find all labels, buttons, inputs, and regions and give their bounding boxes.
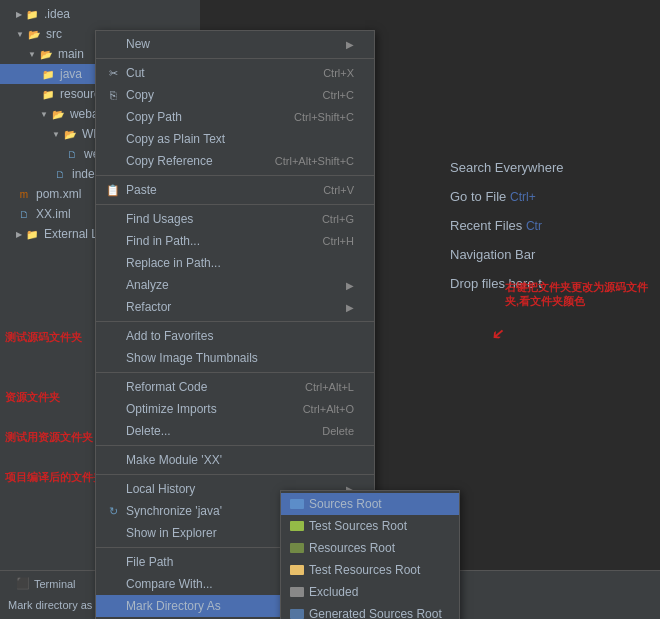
- submenu-item-test-resources-root[interactable]: Test Resources Root: [281, 559, 459, 581]
- terminal-icon: ⬛: [16, 577, 30, 590]
- submenu-item-generated-sources-root[interactable]: Generated Sources Root: [281, 603, 459, 619]
- reformat-shortcut: Ctrl+Alt+L: [305, 381, 354, 393]
- sources-root-icon: [289, 496, 305, 512]
- menu-item-copy-plain[interactable]: Copy as Plain Text: [96, 128, 374, 150]
- test-sources-root-icon: [289, 518, 305, 534]
- analyze-icon: [104, 277, 122, 293]
- submenu-label-sources-root: Sources Root: [309, 497, 382, 511]
- menu-label-add-fav: Add to Favorites: [126, 329, 213, 343]
- menu-item-refactor[interactable]: Refactor ▶: [96, 296, 374, 318]
- annotation-test-sources: 测试源码文件夹: [5, 330, 82, 344]
- menu-item-reformat[interactable]: Reformat Code Ctrl+Alt+L: [96, 376, 374, 398]
- copy-path-icon: [104, 109, 122, 125]
- menu-label-replace-in-path: Replace in Path...: [126, 256, 221, 270]
- refactor-icon: [104, 299, 122, 315]
- excluded-icon: [289, 584, 305, 600]
- submenu-item-sources-root[interactable]: Sources Root: [281, 493, 459, 515]
- menu-label-reformat: Reformat Code: [126, 380, 207, 394]
- menu-label-mark-dir: Mark Directory As: [126, 599, 221, 613]
- make-module-icon: [104, 452, 122, 468]
- menu-label-show-img: Show Image Thumbnails: [126, 351, 258, 365]
- tree-label-java: java: [60, 67, 82, 81]
- reformat-icon: [104, 379, 122, 395]
- menu-label-local-history: Local History: [126, 482, 195, 496]
- separator-5: [96, 372, 374, 373]
- delete-shortcut: Delete: [322, 425, 354, 437]
- separator-3: [96, 204, 374, 205]
- copy-ref-icon: [104, 153, 122, 169]
- svg-rect-3: [290, 565, 304, 575]
- menu-item-optimize[interactable]: Optimize Imports Ctrl+Alt+O: [96, 398, 374, 420]
- sync-icon: ↻: [104, 503, 122, 519]
- svg-rect-0: [290, 499, 304, 509]
- paste-shortcut: Ctrl+V: [323, 184, 354, 196]
- mark-directory-submenu: Sources Root Test Sources Root Resources…: [280, 490, 460, 619]
- menu-item-new[interactable]: New ▶: [96, 33, 374, 55]
- menu-item-copy[interactable]: ⎘ Copy Ctrl+C: [96, 84, 374, 106]
- test-resources-root-icon: [289, 562, 305, 578]
- menu-item-replace-in-path[interactable]: Replace in Path...: [96, 252, 374, 274]
- separator-4: [96, 321, 374, 322]
- expand-arrow-main: ▼: [28, 50, 36, 59]
- folder-webapp-icon: 📂: [50, 106, 66, 122]
- analyze-arrow: ▶: [346, 280, 354, 291]
- local-history-icon: [104, 481, 122, 497]
- resources-root-icon: [289, 540, 305, 556]
- optimize-shortcut: Ctrl+Alt+O: [303, 403, 354, 415]
- menu-item-copy-path[interactable]: Copy Path Ctrl+Shift+C: [96, 106, 374, 128]
- separator-1: [96, 58, 374, 59]
- folder-java-icon: 📁: [40, 66, 56, 82]
- new-icon: [104, 36, 122, 52]
- file-maven-icon: m: [16, 186, 32, 202]
- file-xml-icon: 🗋: [64, 146, 80, 162]
- folder-src-icon: 📂: [26, 26, 42, 42]
- add-fav-icon: [104, 328, 122, 344]
- generated-sources-root-icon: [289, 606, 305, 619]
- cut-shortcut: Ctrl+X: [323, 67, 354, 79]
- file-path-icon: [104, 554, 122, 570]
- menu-label-new: New: [126, 37, 150, 51]
- find-path-shortcut: Ctrl+H: [323, 235, 354, 247]
- find-usages-icon: [104, 211, 122, 227]
- menu-label-find-in-path: Find in Path...: [126, 234, 200, 248]
- separator-6: [96, 445, 374, 446]
- folder-icon: 📁: [24, 6, 40, 22]
- menu-item-show-img[interactable]: Show Image Thumbnails: [96, 347, 374, 369]
- menu-label-file-path: File Path: [126, 555, 173, 569]
- terminal-tab[interactable]: ⬛ Terminal: [8, 575, 84, 594]
- menu-item-find-in-path[interactable]: Find in Path... Ctrl+H: [96, 230, 374, 252]
- menu-item-find-usages[interactable]: Find Usages Ctrl+G: [96, 208, 374, 230]
- cut-icon: ✂: [104, 65, 122, 81]
- menu-item-add-fav[interactable]: Add to Favorites: [96, 325, 374, 347]
- menu-label-refactor: Refactor: [126, 300, 171, 314]
- submenu-label-resources-root: Resources Root: [309, 541, 395, 555]
- menu-item-make-module[interactable]: Make Module 'XX': [96, 449, 374, 471]
- menu-label-copy-ref: Copy Reference: [126, 154, 213, 168]
- go-to-file-shortcut: Ctrl+: [510, 190, 536, 204]
- tree-label-main: main: [58, 47, 84, 61]
- menu-item-cut[interactable]: ✂ Cut Ctrl+X: [96, 62, 374, 84]
- folder-res-icon: 📁: [40, 86, 56, 102]
- menu-label-copy: Copy: [126, 88, 154, 102]
- separator-2: [96, 175, 374, 176]
- tree-item-idea[interactable]: ▶ 📁 .idea: [0, 4, 200, 24]
- menu-item-copy-ref[interactable]: Copy Reference Ctrl+Alt+Shift+C: [96, 150, 374, 172]
- show-img-icon: [104, 350, 122, 366]
- menu-label-delete: Delete...: [126, 424, 171, 438]
- annotation-test-resources: 测试用资源文件夹: [5, 430, 93, 444]
- menu-item-delete[interactable]: Delete... Delete: [96, 420, 374, 442]
- menu-item-analyze[interactable]: Analyze ▶: [96, 274, 374, 296]
- expand-arrow: ▶: [16, 10, 22, 19]
- submenu-item-test-sources-root[interactable]: Test Sources Root: [281, 515, 459, 537]
- menu-label-show-explorer: Show in Explorer: [126, 526, 217, 540]
- tree-label-idea: .idea: [44, 7, 70, 21]
- find-usages-shortcut: Ctrl+G: [322, 213, 354, 225]
- menu-label-paste: Paste: [126, 183, 157, 197]
- menu-item-paste[interactable]: 📋 Paste Ctrl+V: [96, 179, 374, 201]
- delete-icon: [104, 423, 122, 439]
- expand-arrow-src: ▼: [16, 30, 24, 39]
- submenu-item-excluded[interactable]: Excluded: [281, 581, 459, 603]
- submenu-label-generated-sources-root: Generated Sources Root: [309, 607, 442, 619]
- submenu-item-resources-root[interactable]: Resources Root: [281, 537, 459, 559]
- optimize-icon: [104, 401, 122, 417]
